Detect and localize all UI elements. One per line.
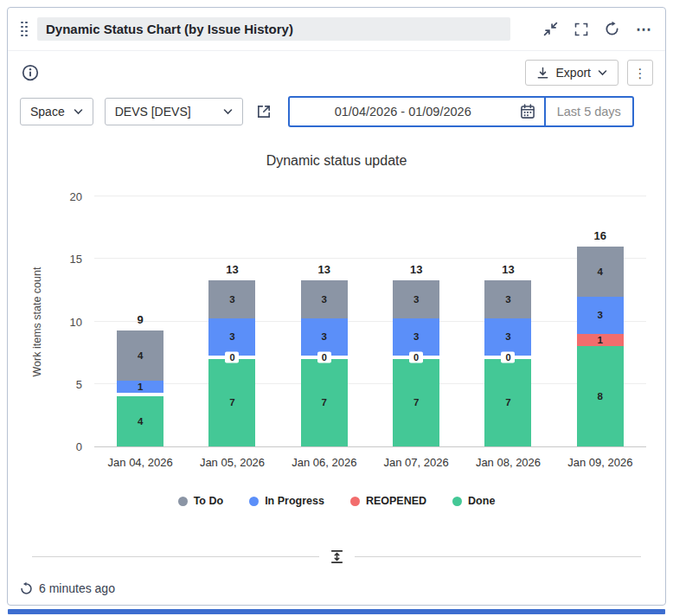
bar-segment-in-progress[interactable]: 3 <box>208 318 255 356</box>
y-tick-label: 15 <box>49 253 82 266</box>
bar-segment-label: 3 <box>322 331 327 342</box>
bar-segment-done[interactable]: 4 <box>117 396 163 446</box>
project-dropdown-value: DEVS [DEVS] <box>115 105 191 119</box>
bar-segment-label: 4 <box>138 350 143 361</box>
bar-segment-to-do[interactable]: 3 <box>393 280 439 318</box>
bar-total-label: 13 <box>208 263 255 276</box>
bar-segment-reopened[interactable]: 0 <box>484 356 531 359</box>
space-dropdown-label: Space <box>30 105 65 119</box>
x-axis-label: Jan 07, 2026 <box>370 456 462 469</box>
bar-segment-label: 3 <box>229 331 234 342</box>
y-tick-label: 5 <box>49 378 82 391</box>
bar-group[interactable]: 330713 <box>370 196 462 446</box>
legend-item[interactable]: In Progress <box>249 495 324 507</box>
bar-segment-to-do[interactable]: 3 <box>301 280 348 318</box>
bar-segment-reopened[interactable]: 0 <box>393 356 439 359</box>
info-icon[interactable] <box>20 62 41 83</box>
bar-segment-to-do[interactable]: 4 <box>577 247 624 297</box>
date-range-preset[interactable]: Last 5 days <box>546 98 632 125</box>
legend-label: To Do <box>194 495 223 507</box>
y-tick-label: 10 <box>49 316 82 329</box>
dashboard-widget: Dynamic Status Chart (by Issue History) <box>7 7 666 606</box>
space-dropdown[interactable]: Space <box>20 98 93 125</box>
chevron-down-icon <box>74 108 83 115</box>
bar-segment-reopened[interactable]: 0 <box>301 356 348 359</box>
bar-stack: 330713 <box>484 280 531 446</box>
bar-group[interactable]: 4149 <box>94 196 186 446</box>
bar-segment-reopened[interactable] <box>117 393 163 396</box>
y-tick-label: 0 <box>49 440 82 453</box>
legend-dot <box>178 497 188 506</box>
bar-segment-label: 0 <box>225 351 239 363</box>
bars: 4149330713330713330713330713431816 <box>94 196 646 446</box>
bar-segment-label: 1 <box>138 382 143 392</box>
bar-total-label: 13 <box>301 263 348 276</box>
bar-segment-in-progress[interactable]: 3 <box>484 318 531 356</box>
date-range-input[interactable]: 01/04/2026 - 01/09/2026 <box>290 98 516 125</box>
bar-segment-label: 3 <box>413 331 419 342</box>
more-menu-button[interactable]: ⋯ <box>634 20 653 39</box>
utility-row: Export ⋮ <box>8 51 665 89</box>
refresh-icon[interactable] <box>603 20 621 38</box>
open-in-new-icon[interactable] <box>254 102 273 121</box>
legend-dot <box>249 497 259 506</box>
drag-handle-icon[interactable] <box>20 21 29 38</box>
chart-title: Dynamic status update <box>8 153 665 169</box>
bar-group[interactable]: 330713 <box>279 196 370 446</box>
fullscreen-icon[interactable] <box>573 21 590 38</box>
bar-segment-in-progress[interactable]: 3 <box>301 318 348 356</box>
bar-segment-to-do[interactable]: 4 <box>117 330 163 381</box>
legend-item[interactable]: REOPENED <box>350 495 426 507</box>
bar-segment-done[interactable]: 7 <box>484 359 531 446</box>
chart-plot: 05101520 Work items state count 41493307… <box>94 196 646 447</box>
bar-segment-reopened[interactable]: 1 <box>577 334 624 346</box>
bar-group[interactable]: 330713 <box>462 196 554 446</box>
project-dropdown[interactable]: DEVS [DEVS] <box>105 98 243 125</box>
bar-group[interactable]: 330713 <box>186 196 278 446</box>
bar-segment-to-do[interactable]: 3 <box>208 280 255 318</box>
x-labels: Jan 04, 2026Jan 05, 2026Jan 06, 2026Jan … <box>94 456 646 469</box>
bar-stack: 330713 <box>208 280 255 446</box>
bar-segment-label: 0 <box>501 351 515 363</box>
collapse-icon[interactable] <box>542 20 560 38</box>
resize-handle-icon[interactable] <box>319 549 355 564</box>
bar-segment-label: 3 <box>413 294 419 305</box>
bar-segment-label: 7 <box>413 397 419 407</box>
bar-segment-to-do[interactable]: 3 <box>484 280 531 318</box>
bar-stack: 330713 <box>301 280 348 446</box>
bar-segment-done[interactable]: 7 <box>393 359 439 446</box>
bar-group[interactable]: 431816 <box>554 196 646 446</box>
bar-segment-in-progress[interactable]: 3 <box>393 318 439 356</box>
bar-stack: 431816 <box>577 247 624 446</box>
bar-segment-reopened[interactable]: 0 <box>208 356 255 359</box>
calendar-icon[interactable] <box>516 98 544 125</box>
legend-label: In Progress <box>265 495 324 507</box>
bar-total-label: 16 <box>577 229 624 242</box>
bottom-accent-bar <box>8 609 665 614</box>
bar-segment-done[interactable]: 8 <box>577 346 624 446</box>
legend-item[interactable]: Done <box>452 495 495 507</box>
download-icon <box>536 67 549 80</box>
export-group: Export ⋮ <box>525 60 653 86</box>
history-refresh-icon[interactable] <box>20 582 33 595</box>
export-more-button[interactable]: ⋮ <box>627 60 653 86</box>
divider-line <box>355 556 642 557</box>
bar-segment-in-progress[interactable]: 3 <box>577 297 624 334</box>
filter-row: Space DEVS [DEVS] 01/04/2026 - 01/09/202… <box>8 89 665 132</box>
y-tick-label: 20 <box>49 190 82 203</box>
bar-segment-in-progress[interactable]: 1 <box>117 381 163 393</box>
bar-segment-label: 7 <box>505 397 510 407</box>
chart-legend: To DoIn ProgressREOPENEDDone <box>8 495 665 507</box>
legend-item[interactable]: To Do <box>178 495 223 507</box>
export-button[interactable]: Export <box>525 60 619 86</box>
bar-segment-done[interactable]: 7 <box>208 359 255 446</box>
widget-title: Dynamic Status Chart (by Issue History) <box>37 17 510 41</box>
bar-segment-done[interactable]: 7 <box>301 359 348 446</box>
bar-segment-label: 4 <box>138 416 143 427</box>
legend-dot <box>452 497 462 506</box>
widget-header: Dynamic Status Chart (by Issue History) <box>8 8 665 51</box>
header-actions: ⋯ <box>542 20 653 39</box>
resize-row <box>32 549 641 564</box>
bar-segment-label: 0 <box>317 351 331 363</box>
bar-stack: 4149 <box>117 330 163 446</box>
